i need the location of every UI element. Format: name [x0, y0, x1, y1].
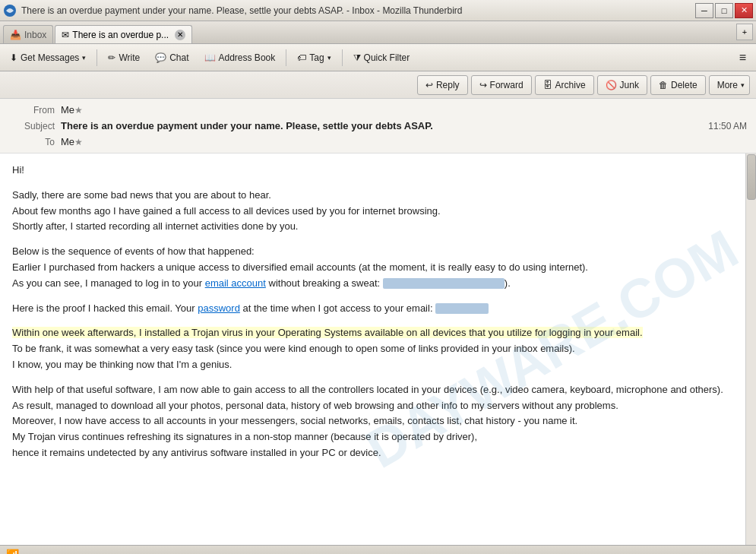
password-link[interactable]: password [198, 302, 240, 314]
maximize-button[interactable]: □ [715, 3, 733, 18]
scrollbar-thumb[interactable] [747, 154, 756, 200]
filter-icon: ⧩ [353, 52, 361, 63]
scrollbar[interactable] [745, 154, 756, 545]
toolbar-separator-2 [286, 49, 286, 66]
write-label: Write [119, 52, 140, 63]
email-tab-icon: ✉ [62, 30, 69, 40]
get-messages-arrow-icon: ▾ [82, 54, 86, 62]
body-para-4: Within one week afterwards, I installed … [12, 325, 733, 372]
more-arrow-icon: ▾ [741, 81, 745, 89]
tab-inbox-label: Inbox [24, 30, 46, 40]
window-controls: ─ □ ✕ [695, 3, 753, 18]
archive-button[interactable]: 🗄 Archive [535, 75, 594, 95]
archive-label: Archive [555, 80, 586, 90]
to-star-icon[interactable]: ★ [74, 137, 83, 147]
trojan-highlight: Within one week afterwards, I installed … [12, 327, 643, 338]
genius-line: I know, you may be thinking now that I'm… [12, 359, 232, 370]
delete-button[interactable]: 🗑 Delete [650, 75, 706, 95]
close-button[interactable]: ✕ [735, 3, 753, 18]
from-label: From [9, 105, 55, 116]
from-row: From Me ★ [9, 102, 747, 118]
body-para-1: Sadly, there are some bad news that you … [12, 188, 733, 235]
tag-label: Tag [309, 52, 324, 63]
tab-bar-right: + [736, 24, 753, 43]
app-icon [3, 4, 17, 17]
status-bar: 📶 [0, 545, 756, 554]
wifi-icon: 📶 [6, 549, 19, 555]
more-label: More [717, 80, 738, 90]
get-messages-label: Get Messages [21, 52, 79, 63]
toolbar-separator-1 [96, 49, 97, 66]
email-header: From Me ★ Subject There is an overdue pa… [0, 99, 756, 154]
quick-filter-label: Quick Filter [364, 52, 410, 63]
forward-icon: ↪ [479, 80, 487, 90]
write-button[interactable]: ✏ Write [101, 47, 147, 68]
junk-icon: 🚫 [606, 80, 617, 90]
address-book-icon: 📖 [204, 52, 216, 63]
tab-email[interactable]: ✉ There is an overdue p... ✕ [55, 25, 192, 43]
toolbar: ⬇ Get Messages ▾ ✏ Write 💬 Chat 📖 Addres… [0, 44, 756, 71]
inbox-icon: 📥 [10, 30, 21, 40]
get-messages-icon: ⬇ [10, 52, 17, 63]
from-star-icon[interactable]: ★ [74, 105, 83, 116]
greeting: Hi! [12, 163, 733, 179]
to-value: Me [61, 136, 74, 147]
tag-icon: 🏷 [297, 52, 306, 63]
chat-label: Chat [169, 52, 188, 63]
reply-label: Reply [436, 80, 460, 90]
address-book-button[interactable]: 📖 Address Book [198, 47, 283, 68]
tab-bar: 📥 Inbox ✉ There is an overdue p... ✕ + [0, 21, 756, 44]
reply-icon: ↩ [425, 80, 433, 90]
body-para-2: Below is the sequence of events of how t… [12, 244, 733, 291]
delete-icon: 🗑 [659, 80, 668, 90]
forward-label: Forward [490, 80, 524, 90]
get-messages-button[interactable]: ⬇ Get Messages ▾ [3, 47, 93, 68]
email-time: 11:50 AM [708, 121, 747, 131]
to-label: To [9, 137, 55, 147]
address-book-label: Address Book [219, 52, 276, 63]
tab-close-button[interactable]: ✕ [175, 30, 185, 40]
junk-label: Junk [620, 80, 639, 90]
write-icon: ✏ [108, 52, 115, 63]
email-content-wrapper: DAYWARE.COM Hi! Sadly, there are some ba… [0, 154, 756, 545]
menu-button[interactable]: ≡ [732, 47, 753, 68]
tab-inbox[interactable]: 📥 Inbox [3, 25, 53, 43]
minimize-button[interactable]: ─ [695, 3, 713, 18]
tab-email-label: There is an overdue p... [72, 30, 169, 40]
chat-icon: 💬 [155, 52, 166, 63]
email-body: DAYWARE.COM Hi! Sadly, there are some ba… [0, 154, 745, 545]
junk-button[interactable]: 🚫 Junk [597, 75, 647, 95]
body-para-3: Here is the proof I hacked this email. Y… [12, 301, 733, 317]
frank-line: To be frank, it was somewhat a very easy… [12, 343, 575, 354]
title-bar: There is an overdue payment under your n… [0, 0, 756, 21]
reply-button[interactable]: ↩ Reply [417, 75, 468, 95]
body-para-5: With help of that useful software, I am … [12, 382, 733, 461]
more-button[interactable]: More ▾ [709, 75, 750, 95]
hamburger-icon: ≡ [739, 51, 746, 65]
email-account-line: As you can see, I managed to log in to y… [12, 277, 511, 289]
subject-value: There is an overdue payment under your n… [61, 120, 433, 131]
tag-button[interactable]: 🏷 Tag ▾ [290, 47, 337, 68]
email-account-link[interactable]: email account [205, 277, 266, 289]
archive-icon: 🗄 [543, 80, 552, 90]
tag-arrow-icon: ▾ [327, 54, 331, 62]
subject-label: Subject [9, 121, 55, 131]
from-value: Me [61, 104, 74, 116]
redacted-password [435, 303, 489, 314]
forward-button[interactable]: ↪ Forward [471, 75, 532, 95]
action-bar: ↩ Reply ↪ Forward 🗄 Archive 🚫 Junk 🗑 Del… [0, 71, 756, 99]
window-title: There is an overdue payment under your n… [21, 5, 463, 16]
new-tab-button[interactable]: + [736, 24, 753, 40]
quick-filter-button[interactable]: ⧩ Quick Filter [346, 47, 417, 68]
chat-button[interactable]: 💬 Chat [148, 47, 195, 68]
redacted-email [383, 278, 505, 289]
delete-label: Delete [671, 80, 697, 90]
toolbar-separator-3 [342, 49, 343, 66]
to-row: To Me ★ [9, 134, 747, 150]
subject-row: Subject There is an overdue payment unde… [9, 118, 747, 134]
